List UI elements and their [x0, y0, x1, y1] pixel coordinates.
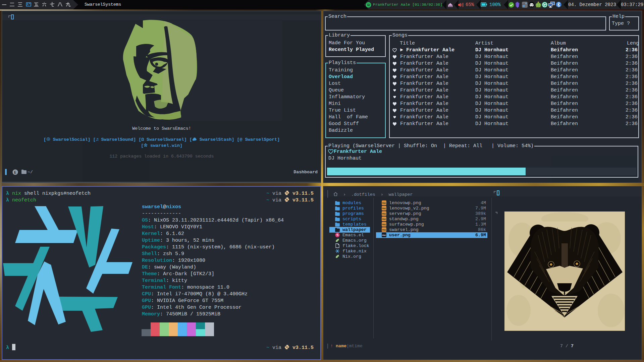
svg-text:PNG: PNG — [382, 234, 386, 236]
svg-text:PNG: PNG — [382, 213, 386, 215]
svg-text:PNG: PNG — [382, 224, 386, 226]
svg-text:PNG: PNG — [382, 218, 386, 220]
svg-text:PNG: PNG — [382, 202, 386, 204]
svg-text:PNG: PNG — [382, 229, 386, 231]
svg-text:PNG: PNG — [382, 207, 386, 209]
